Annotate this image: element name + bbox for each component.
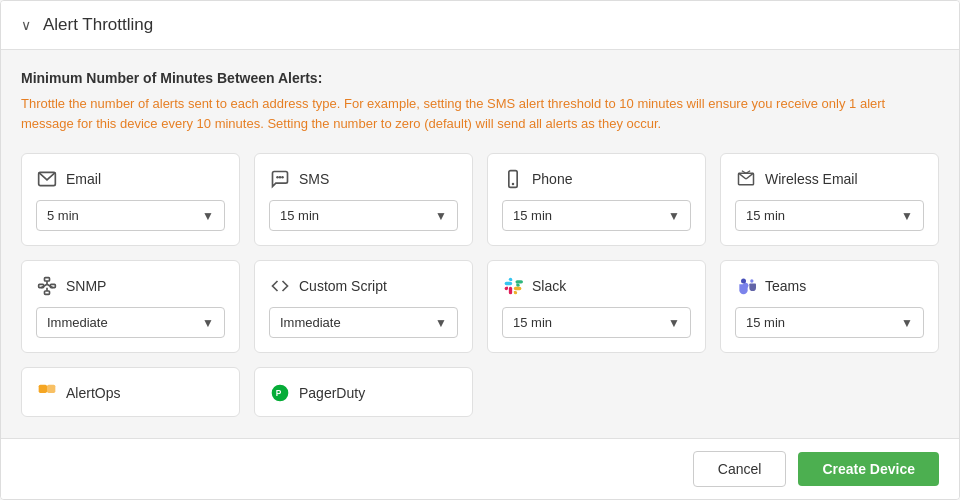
alertops-label: AlertOps [66,385,120,401]
phone-card: Phone 15 min ▼ [487,153,706,246]
snmp-label: SNMP [66,278,106,294]
svg-rect-18 [47,385,55,393]
email-icon [36,168,58,190]
custom-script-card: Custom Script Immediate ▼ [254,260,473,353]
snmp-select[interactable]: Immediate ▼ [36,307,225,338]
custom-script-label: Custom Script [299,278,387,294]
phone-label: Phone [532,171,572,187]
slack-select-value: 15 min [513,315,552,330]
email-card: Email 5 min ▼ [21,153,240,246]
slack-icon [502,275,524,297]
teams-icon [735,275,757,297]
alertops-card: AlertOps [21,367,240,417]
cards-row-2: SNMP Immediate ▼ Custom Script [21,260,939,353]
svg-line-7 [739,173,747,179]
slack-label: Slack [532,278,566,294]
teams-select-arrow-icon: ▼ [901,316,913,330]
snmp-select-arrow-icon: ▼ [202,316,214,330]
alertops-card-header: AlertOps [36,382,225,404]
teams-select-value: 15 min [746,315,785,330]
cards-row-3: AlertOps P PagerDuty [21,367,939,417]
email-select-value: 5 min [47,208,79,223]
chevron-down-icon[interactable]: ∨ [21,17,31,33]
teams-select[interactable]: 15 min ▼ [735,307,924,338]
create-device-button[interactable]: Create Device [798,452,939,486]
slack-card: Slack 15 min ▼ [487,260,706,353]
header-section: ∨ Alert Throttling [1,1,959,50]
phone-icon [502,168,524,190]
email-label: Email [66,171,101,187]
teams-label: Teams [765,278,806,294]
snmp-icon [36,275,58,297]
sms-label: SMS [299,171,329,187]
slack-select[interactable]: 15 min ▼ [502,307,691,338]
alertops-icon [36,382,58,404]
slack-select-arrow-icon: ▼ [668,316,680,330]
wireless-email-select-value: 15 min [746,208,785,223]
pagerduty-label: PagerDuty [299,385,365,401]
slack-card-header: Slack [502,275,691,297]
teams-card: Teams 15 min ▼ [720,260,939,353]
cards-row-1: Email 5 min ▼ [21,153,939,246]
phone-select-arrow-icon: ▼ [668,209,680,223]
main-container: ∨ Alert Throttling Minimum Number of Min… [0,0,960,500]
teams-card-header: Teams [735,275,924,297]
custom-script-card-header: Custom Script [269,275,458,297]
section-description: Throttle the number of alerts sent to ea… [21,94,939,133]
svg-rect-9 [45,278,50,281]
sms-select-value: 15 min [280,208,319,223]
wireless-email-label: Wireless Email [765,171,858,187]
svg-rect-12 [45,291,50,294]
sms-icon [269,168,291,190]
custom-script-select-value: Immediate [280,315,341,330]
content-section: Minimum Number of Minutes Between Alerts… [1,50,959,438]
pagerduty-card: P PagerDuty [254,367,473,417]
section-label: Minimum Number of Minutes Between Alerts… [21,70,939,86]
phone-card-header: Phone [502,168,691,190]
sms-select-arrow-icon: ▼ [435,209,447,223]
snmp-select-value: Immediate [47,315,108,330]
pagerduty-card-header: P PagerDuty [269,382,458,404]
phone-select[interactable]: 15 min ▼ [502,200,691,231]
phone-select-value: 15 min [513,208,552,223]
svg-rect-17 [39,385,47,393]
wireless-email-select[interactable]: 15 min ▼ [735,200,924,231]
custom-script-select-arrow-icon: ▼ [435,316,447,330]
pagerduty-icon: P [269,382,291,404]
custom-script-icon [269,275,291,297]
wireless-email-card: Wireless Email 15 min ▼ [720,153,939,246]
wireless-email-icon [735,168,757,190]
svg-text:P: P [276,388,282,398]
email-select-arrow-icon: ▼ [202,209,214,223]
snmp-card: SNMP Immediate ▼ [21,260,240,353]
custom-script-select[interactable]: Immediate ▼ [269,307,458,338]
wireless-email-card-header: Wireless Email [735,168,924,190]
wireless-email-select-arrow-icon: ▼ [901,209,913,223]
snmp-card-header: SNMP [36,275,225,297]
footer-section: Cancel Create Device [1,438,959,499]
svg-line-8 [746,173,754,179]
page-title: Alert Throttling [43,15,153,35]
email-select[interactable]: 5 min ▼ [36,200,225,231]
sms-card: SMS 15 min ▼ [254,153,473,246]
email-card-header: Email [36,168,225,190]
cancel-button[interactable]: Cancel [693,451,787,487]
sms-select[interactable]: 15 min ▼ [269,200,458,231]
sms-card-header: SMS [269,168,458,190]
